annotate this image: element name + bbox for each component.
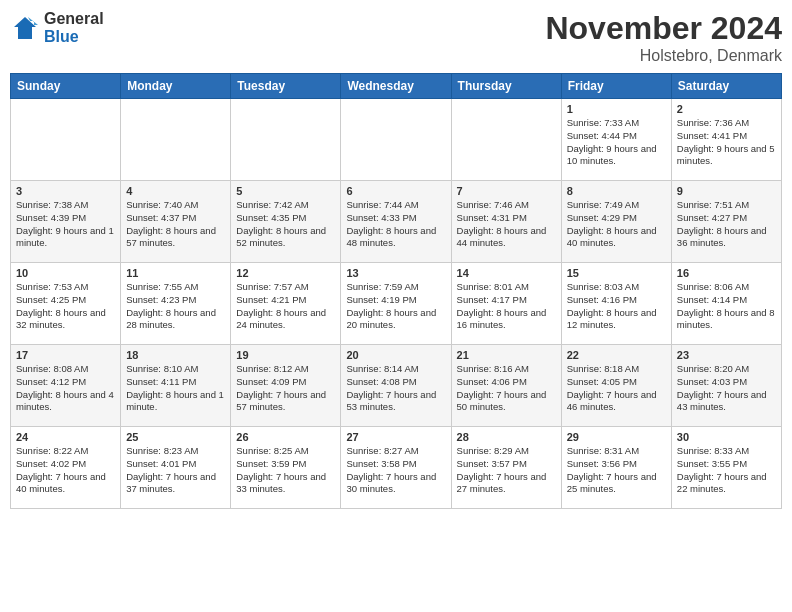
- calendar-week-4: 17Sunrise: 8:08 AM Sunset: 4:12 PM Dayli…: [11, 345, 782, 427]
- calendar-cell: [11, 99, 121, 181]
- day-info: Sunrise: 8:29 AM Sunset: 3:57 PM Dayligh…: [457, 445, 556, 496]
- day-info: Sunrise: 7:57 AM Sunset: 4:21 PM Dayligh…: [236, 281, 335, 332]
- weekday-header-saturday: Saturday: [671, 74, 781, 99]
- day-number: 5: [236, 185, 335, 197]
- day-info: Sunrise: 7:44 AM Sunset: 4:33 PM Dayligh…: [346, 199, 445, 250]
- calendar-cell: 6Sunrise: 7:44 AM Sunset: 4:33 PM Daylig…: [341, 181, 451, 263]
- day-number: 25: [126, 431, 225, 443]
- calendar-cell: 18Sunrise: 8:10 AM Sunset: 4:11 PM Dayli…: [121, 345, 231, 427]
- day-info: Sunrise: 8:22 AM Sunset: 4:02 PM Dayligh…: [16, 445, 115, 496]
- weekday-header-row: SundayMondayTuesdayWednesdayThursdayFrid…: [11, 74, 782, 99]
- day-info: Sunrise: 8:12 AM Sunset: 4:09 PM Dayligh…: [236, 363, 335, 414]
- day-info: Sunrise: 8:18 AM Sunset: 4:05 PM Dayligh…: [567, 363, 666, 414]
- calendar-cell: 1Sunrise: 7:33 AM Sunset: 4:44 PM Daylig…: [561, 99, 671, 181]
- day-info: Sunrise: 8:01 AM Sunset: 4:17 PM Dayligh…: [457, 281, 556, 332]
- day-info: Sunrise: 7:38 AM Sunset: 4:39 PM Dayligh…: [16, 199, 115, 250]
- day-info: Sunrise: 8:31 AM Sunset: 3:56 PM Dayligh…: [567, 445, 666, 496]
- day-info: Sunrise: 7:51 AM Sunset: 4:27 PM Dayligh…: [677, 199, 776, 250]
- weekday-header-thursday: Thursday: [451, 74, 561, 99]
- calendar-cell: 25Sunrise: 8:23 AM Sunset: 4:01 PM Dayli…: [121, 427, 231, 509]
- calendar-week-1: 1Sunrise: 7:33 AM Sunset: 4:44 PM Daylig…: [11, 99, 782, 181]
- calendar-cell: 16Sunrise: 8:06 AM Sunset: 4:14 PM Dayli…: [671, 263, 781, 345]
- day-number: 10: [16, 267, 115, 279]
- day-info: Sunrise: 8:27 AM Sunset: 3:58 PM Dayligh…: [346, 445, 445, 496]
- calendar-cell: 28Sunrise: 8:29 AM Sunset: 3:57 PM Dayli…: [451, 427, 561, 509]
- calendar-week-5: 24Sunrise: 8:22 AM Sunset: 4:02 PM Dayli…: [11, 427, 782, 509]
- day-info: Sunrise: 7:53 AM Sunset: 4:25 PM Dayligh…: [16, 281, 115, 332]
- day-info: Sunrise: 7:33 AM Sunset: 4:44 PM Dayligh…: [567, 117, 666, 168]
- weekday-header-monday: Monday: [121, 74, 231, 99]
- calendar-cell: 15Sunrise: 8:03 AM Sunset: 4:16 PM Dayli…: [561, 263, 671, 345]
- day-number: 30: [677, 431, 776, 443]
- calendar-week-3: 10Sunrise: 7:53 AM Sunset: 4:25 PM Dayli…: [11, 263, 782, 345]
- calendar-cell: 14Sunrise: 8:01 AM Sunset: 4:17 PM Dayli…: [451, 263, 561, 345]
- day-number: 16: [677, 267, 776, 279]
- calendar-cell: 29Sunrise: 8:31 AM Sunset: 3:56 PM Dayli…: [561, 427, 671, 509]
- calendar-cell: 11Sunrise: 7:55 AM Sunset: 4:23 PM Dayli…: [121, 263, 231, 345]
- calendar-cell: 3Sunrise: 7:38 AM Sunset: 4:39 PM Daylig…: [11, 181, 121, 263]
- svg-marker-0: [14, 17, 36, 39]
- day-number: 15: [567, 267, 666, 279]
- month-title: November 2024: [545, 10, 782, 47]
- calendar-cell: 12Sunrise: 7:57 AM Sunset: 4:21 PM Dayli…: [231, 263, 341, 345]
- day-number: 7: [457, 185, 556, 197]
- page-header: General Blue November 2024 Holstebro, De…: [10, 10, 782, 65]
- day-number: 17: [16, 349, 115, 361]
- title-block: November 2024 Holstebro, Denmark: [545, 10, 782, 65]
- calendar-cell: 5Sunrise: 7:42 AM Sunset: 4:35 PM Daylig…: [231, 181, 341, 263]
- day-info: Sunrise: 8:10 AM Sunset: 4:11 PM Dayligh…: [126, 363, 225, 414]
- calendar-cell: 22Sunrise: 8:18 AM Sunset: 4:05 PM Dayli…: [561, 345, 671, 427]
- calendar-cell: 27Sunrise: 8:27 AM Sunset: 3:58 PM Dayli…: [341, 427, 451, 509]
- calendar-cell: 2Sunrise: 7:36 AM Sunset: 4:41 PM Daylig…: [671, 99, 781, 181]
- calendar-table: SundayMondayTuesdayWednesdayThursdayFrid…: [10, 73, 782, 509]
- logo-icon: [10, 13, 40, 43]
- day-number: 14: [457, 267, 556, 279]
- day-info: Sunrise: 8:08 AM Sunset: 4:12 PM Dayligh…: [16, 363, 115, 414]
- calendar-cell: [451, 99, 561, 181]
- day-number: 13: [346, 267, 445, 279]
- day-number: 1: [567, 103, 666, 115]
- day-number: 9: [677, 185, 776, 197]
- day-number: 26: [236, 431, 335, 443]
- day-number: 24: [16, 431, 115, 443]
- day-info: Sunrise: 7:40 AM Sunset: 4:37 PM Dayligh…: [126, 199, 225, 250]
- day-info: Sunrise: 8:33 AM Sunset: 3:55 PM Dayligh…: [677, 445, 776, 496]
- calendar-cell: 8Sunrise: 7:49 AM Sunset: 4:29 PM Daylig…: [561, 181, 671, 263]
- day-info: Sunrise: 8:06 AM Sunset: 4:14 PM Dayligh…: [677, 281, 776, 332]
- weekday-header-tuesday: Tuesday: [231, 74, 341, 99]
- day-number: 2: [677, 103, 776, 115]
- day-info: Sunrise: 8:03 AM Sunset: 4:16 PM Dayligh…: [567, 281, 666, 332]
- calendar-week-2: 3Sunrise: 7:38 AM Sunset: 4:39 PM Daylig…: [11, 181, 782, 263]
- day-number: 22: [567, 349, 666, 361]
- day-number: 3: [16, 185, 115, 197]
- day-number: 20: [346, 349, 445, 361]
- calendar-cell: 26Sunrise: 8:25 AM Sunset: 3:59 PM Dayli…: [231, 427, 341, 509]
- day-info: Sunrise: 7:59 AM Sunset: 4:19 PM Dayligh…: [346, 281, 445, 332]
- day-number: 23: [677, 349, 776, 361]
- day-info: Sunrise: 7:46 AM Sunset: 4:31 PM Dayligh…: [457, 199, 556, 250]
- day-number: 28: [457, 431, 556, 443]
- calendar-cell: 4Sunrise: 7:40 AM Sunset: 4:37 PM Daylig…: [121, 181, 231, 263]
- day-info: Sunrise: 7:49 AM Sunset: 4:29 PM Dayligh…: [567, 199, 666, 250]
- day-info: Sunrise: 7:55 AM Sunset: 4:23 PM Dayligh…: [126, 281, 225, 332]
- calendar-cell: 9Sunrise: 7:51 AM Sunset: 4:27 PM Daylig…: [671, 181, 781, 263]
- location: Holstebro, Denmark: [545, 47, 782, 65]
- day-number: 18: [126, 349, 225, 361]
- logo-general-text: General: [44, 10, 104, 28]
- day-info: Sunrise: 7:36 AM Sunset: 4:41 PM Dayligh…: [677, 117, 776, 168]
- day-info: Sunrise: 8:23 AM Sunset: 4:01 PM Dayligh…: [126, 445, 225, 496]
- day-number: 8: [567, 185, 666, 197]
- calendar-cell: [341, 99, 451, 181]
- day-info: Sunrise: 7:42 AM Sunset: 4:35 PM Dayligh…: [236, 199, 335, 250]
- weekday-header-wednesday: Wednesday: [341, 74, 451, 99]
- calendar-cell: 30Sunrise: 8:33 AM Sunset: 3:55 PM Dayli…: [671, 427, 781, 509]
- weekday-header-sunday: Sunday: [11, 74, 121, 99]
- day-number: 21: [457, 349, 556, 361]
- calendar-cell: 19Sunrise: 8:12 AM Sunset: 4:09 PM Dayli…: [231, 345, 341, 427]
- day-info: Sunrise: 8:25 AM Sunset: 3:59 PM Dayligh…: [236, 445, 335, 496]
- day-number: 6: [346, 185, 445, 197]
- calendar-cell: 10Sunrise: 7:53 AM Sunset: 4:25 PM Dayli…: [11, 263, 121, 345]
- calendar-cell: 21Sunrise: 8:16 AM Sunset: 4:06 PM Dayli…: [451, 345, 561, 427]
- day-number: 29: [567, 431, 666, 443]
- day-number: 27: [346, 431, 445, 443]
